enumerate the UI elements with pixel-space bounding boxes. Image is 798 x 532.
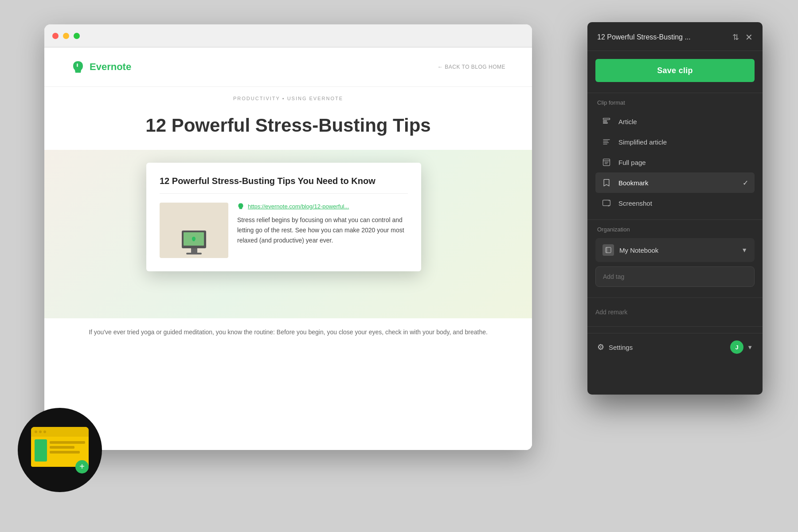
format-option-article[interactable]: Article [595, 111, 755, 132]
bookmark-check-icon: ✓ [743, 179, 748, 187]
gear-icon: ⚙ [597, 342, 604, 352]
bookmark-format-icon [602, 178, 611, 188]
preview-text-area: https://evernote.com/blog/12-powerful...… [237, 203, 408, 258]
svg-rect-1 [603, 121, 607, 121]
notebook-selector[interactable]: My Notebook ▼ [595, 238, 755, 262]
tag-input[interactable] [595, 266, 755, 287]
sort-icon[interactable]: ⇅ [732, 32, 739, 42]
format-option-fullpage[interactable]: Full page [595, 152, 755, 172]
back-link[interactable]: ← Back to Blog Home [438, 64, 505, 70]
close-button[interactable] [52, 33, 59, 39]
screenshot-format-icon [602, 198, 611, 208]
save-clip-button[interactable]: Save clip [595, 59, 755, 82]
preview-description: Stress relief begins by focusing on what… [237, 215, 408, 246]
user-avatar: J [730, 340, 743, 354]
article-category: PRODUCTIVITY • USING EVERNOTE [44, 87, 532, 110]
logo-text: Evernote [90, 61, 131, 73]
fullpage-format-label: Full page [618, 159, 646, 166]
notebook-icon [602, 244, 614, 256]
evernote-logo: Evernote [71, 60, 131, 74]
settings-label: Settings [609, 344, 633, 351]
browser-window: Evernote ← Back to Blog Home PRODUCTIVIT… [44, 24, 532, 450]
evernote-logo-icon [71, 60, 85, 74]
user-area[interactable]: J ▼ [730, 340, 753, 354]
remark-section [587, 304, 763, 320]
bookmark-format-label: Bookmark [618, 179, 649, 187]
simplified-format-label: Simplified article [618, 138, 667, 146]
evernote-url-icon [237, 203, 244, 210]
format-option-simplified[interactable]: Simplified article [595, 132, 755, 152]
desktop: Evernote ← Back to Blog Home PRODUCTIVIT… [0, 0, 798, 532]
format-option-bookmark[interactable]: Bookmark ✓ [595, 172, 755, 193]
preview-card-title: 12 Powerful Stress-Busting Tips You Need… [160, 176, 408, 186]
preview-thumbnail [160, 203, 228, 258]
article-format-label: Article [618, 118, 637, 125]
screenshot-format-label: Screenshot [618, 200, 652, 207]
preview-card: 12 Powerful Stress-Busting Tips You Need… [146, 163, 421, 271]
preview-url-text[interactable]: https://evernote.com/blog/12-powerful... [248, 203, 349, 210]
maximize-button[interactable] [74, 33, 80, 39]
thumb-monitor [182, 231, 206, 248]
svg-rect-15 [606, 247, 611, 253]
user-chevron-icon: ▼ [747, 344, 753, 351]
notebook-name: My Notebook [619, 246, 736, 254]
extension-plus-icon: + [75, 460, 89, 473]
clip-format-section: Clip format Article [587, 99, 763, 213]
svg-rect-0 [603, 118, 610, 120]
article-text-preview: If you've ever tried yoga or guided medi… [44, 318, 532, 346]
article-title: 12 Powerful Stress-Busting Tips [44, 110, 532, 141]
preview-url: https://evernote.com/blog/12-powerful... [237, 203, 408, 210]
preview-card-divider [160, 193, 408, 194]
evernote-page: Evernote ← Back to Blog Home PRODUCTIVIT… [44, 47, 532, 450]
clipper-header-actions: ⇅ ✕ [732, 32, 753, 43]
settings-button[interactable]: ⚙ Settings [597, 342, 633, 352]
divider-3 [587, 297, 763, 298]
fullpage-format-icon [602, 157, 611, 167]
notebook-svg-icon [605, 246, 612, 254]
minimize-button[interactable] [63, 33, 69, 39]
format-option-screenshot[interactable]: Screenshot [595, 193, 755, 213]
close-panel-icon[interactable]: ✕ [745, 32, 753, 43]
divider-2 [587, 219, 763, 220]
divider-4 [587, 326, 763, 327]
divider-1 [587, 93, 763, 93]
clipper-header: 12 Powerful Stress-Busting ... ⇅ ✕ [587, 22, 763, 51]
thumb-evernote-icon [190, 236, 198, 242]
svg-rect-2 [603, 123, 608, 124]
article-format-icon [602, 117, 611, 126]
extension-icon: + [18, 408, 102, 492]
remark-input[interactable] [595, 304, 755, 320]
browser-content: Evernote ← Back to Blog Home PRODUCTIVIT… [44, 47, 532, 450]
clip-format-label: Clip format [595, 99, 755, 106]
simplified-format-icon [602, 137, 611, 147]
notebook-chevron-icon: ▼ [741, 246, 747, 254]
extension-inner: + [31, 427, 89, 473]
browser-titlebar [44, 24, 532, 47]
clipper-title: 12 Powerful Stress-Busting ... [597, 33, 728, 41]
preview-card-body: https://evernote.com/blog/12-powerful...… [160, 203, 408, 258]
organization-label: Organization [595, 226, 755, 233]
evernote-header: Evernote ← Back to Blog Home [44, 47, 532, 87]
clipper-panel: 12 Powerful Stress-Busting ... ⇅ ✕ Save … [587, 22, 763, 395]
organization-section: Organization My Notebook ▼ [587, 226, 763, 291]
clipper-footer: ⚙ Settings J ▼ [587, 333, 763, 361]
